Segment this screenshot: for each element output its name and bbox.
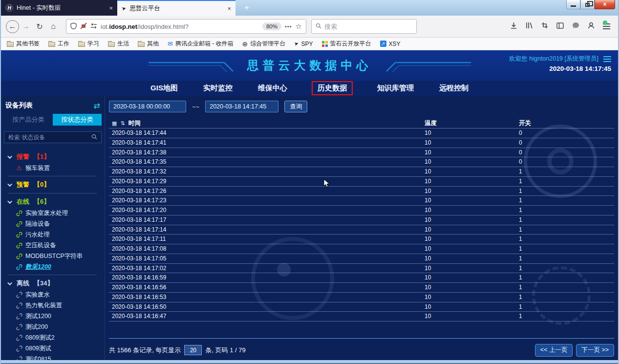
account-icon[interactable] [588, 22, 595, 31]
browser-search-input[interactable] [324, 23, 398, 30]
table-row[interactable]: 2020-03-18 14:17:08101 [109, 244, 614, 254]
menu-hamburger-icon[interactable]: ↑ [603, 23, 610, 29]
permissions-icon[interactable] [90, 23, 97, 30]
table-row[interactable]: 2020-03-18 14:17:41100 [109, 138, 614, 148]
bookmark-star-icon[interactable]: ☆ [296, 22, 302, 31]
table-row[interactable]: 2020-03-18 14:17:26101 [109, 187, 614, 196]
sidebar-panel-icon[interactable] [556, 22, 564, 31]
table-row[interactable]: 2020-03-18 14:16:50101 [109, 302, 614, 312]
url-text[interactable]: iot.idosp.net/idosp/index.html? [101, 23, 259, 30]
nav-tab-GIS地图[interactable]: GIS地图 [149, 82, 179, 94]
bookmark-item[interactable]: ⊕综合管理平台 [242, 40, 286, 48]
restore-button[interactable] [580, 0, 595, 9]
bookmark-item[interactable]: ➤SPY [294, 41, 313, 47]
menu-list-icon[interactable] [603, 56, 611, 62]
device-item[interactable]: 测试1200 [4, 311, 102, 321]
pagination-footer: 共 1566 条记录, 每页显示 条, 页码 1 / 79 << 上一页 下一页… [109, 338, 614, 357]
tab-close-icon[interactable]: × [109, 4, 113, 12]
nav-tab-知识库管理[interactable]: 知识库管理 [376, 82, 415, 94]
grid-icon[interactable]: ▦ [112, 120, 117, 127]
bookmark-item[interactable]: ↗XSY [380, 41, 401, 47]
device-item[interactable]: 隔油设备 [4, 218, 102, 229]
device-item[interactable]: 数采1200 [4, 261, 102, 272]
prev-page-button[interactable]: << 上一页 [535, 344, 573, 357]
shield-icon[interactable] [70, 22, 77, 31]
table-row[interactable]: 2020-03-18 14:16:53101 [109, 293, 614, 302]
swap-icon[interactable]: ⇄ [94, 101, 100, 110]
start-date-input[interactable] [109, 101, 186, 112]
url-bar[interactable]: iot.idosp.net/idosp/index.html? 80% ••• … [66, 19, 306, 34]
chat-bubble-icon[interactable] [572, 22, 579, 31]
nav-tab-维保中心[interactable]: 维保中心 [257, 82, 288, 94]
next-page-button[interactable]: 下一页 >> [576, 344, 614, 357]
download-icon[interactable] [510, 22, 517, 31]
page-size-input[interactable] [184, 345, 202, 355]
blocked-plugin-icon[interactable] [80, 22, 87, 31]
nav-tab-远程控制[interactable]: 远程控制 [438, 82, 470, 94]
device-group-离线[interactable]: 离线【34】 [4, 278, 102, 289]
table-row[interactable]: 2020-03-18 14:16:47101 [109, 312, 614, 321]
cell-temperature: 10 [425, 157, 431, 167]
tab-by-product[interactable]: 按产品分类 [4, 114, 53, 126]
home-button[interactable]: ⌂ [46, 20, 60, 33]
table-row[interactable]: 2020-03-18 14:17:38100 [109, 148, 614, 158]
table-row[interactable]: 2020-03-18 14:17:35100 [109, 157, 614, 167]
table-row[interactable]: 2020-03-18 14:17:02101 [109, 264, 614, 274]
sort-icon[interactable]: ⇅ [120, 120, 125, 127]
bookmark-item[interactable]: 其他 [138, 40, 159, 48]
table-row[interactable]: 2020-03-18 14:16:56101 [109, 283, 614, 293]
bookmark-item[interactable]: 生活 [108, 40, 129, 48]
device-item[interactable]: 测试0815 [4, 354, 102, 360]
table-row[interactable]: 2020-03-18 14:17:11101 [109, 235, 614, 244]
screenshot-icon[interactable] [541, 22, 548, 31]
bookmark-item[interactable]: ✉腾讯企业邮箱 - 收件箱 [168, 40, 234, 48]
forward-button[interactable]: → [19, 20, 33, 33]
device-item[interactable]: 0809测试 [4, 343, 102, 354]
table-row[interactable]: 2020-03-18 14:17:44100 [109, 128, 614, 138]
table-row[interactable]: 2020-03-18 14:17:17101 [109, 215, 614, 225]
table-row[interactable]: 2020-03-18 14:16:59101 [109, 273, 614, 283]
device-item[interactable]: 实验废水 [4, 289, 102, 300]
bookmark-item[interactable]: 萤石云开放平台 [322, 40, 371, 48]
device-group-预警[interactable]: 预警【0】 [4, 179, 102, 191]
tab-close-icon[interactable]: × [227, 5, 231, 12]
query-button[interactable]: 查询 [284, 101, 307, 112]
device-item[interactable]: ⚠猴车装置 [4, 163, 102, 173]
device-item[interactable]: MODBUSTCP字符串 [4, 251, 102, 261]
device-item[interactable]: 实验室废水处理 [4, 208, 102, 218]
bookmark-item[interactable]: 工作 [48, 40, 69, 48]
device-group-报警[interactable]: 报警【1】 [4, 151, 102, 163]
device-item[interactable]: 0809测试2 [4, 332, 102, 343]
new-tab-button[interactable]: + [240, 1, 254, 14]
bookmark-item[interactable]: 其他书签 [7, 40, 40, 48]
page-actions-icon[interactable]: ••• [285, 23, 292, 29]
device-item[interactable]: 测试200 [4, 321, 102, 332]
device-item[interactable]: 热力氧化装置 [4, 300, 102, 311]
browser-tab-sipu[interactable]: ➤ 思普云平台 × [117, 0, 235, 16]
minimize-button[interactable] [566, 0, 580, 9]
browser-search[interactable] [311, 19, 417, 34]
reload-button[interactable]: ↻ [33, 20, 46, 33]
table-row[interactable]: 2020-03-18 14:17:23101 [109, 196, 614, 206]
table-row[interactable]: 2020-03-18 14:17:05101 [109, 254, 614, 264]
nav-tab-历史数据[interactable]: 历史数据 [312, 81, 353, 95]
bookmark-item[interactable]: 学习 [78, 40, 99, 48]
browser-toolbar: ← → ↻ ⌂ iot.idosp.net/idosp/index.html? … [1, 16, 618, 38]
table-row[interactable]: 2020-03-18 14:17:14101 [109, 225, 614, 235]
table-row[interactable]: 2020-03-18 14:17:32101 [109, 167, 614, 177]
device-item[interactable]: 污水处理 [4, 229, 102, 240]
device-item[interactable]: 空压机设备 [4, 240, 102, 251]
zoom-level-badge[interactable]: 80% [262, 22, 281, 30]
library-icon[interactable] [526, 22, 533, 31]
device-search-input[interactable] [8, 134, 88, 141]
end-date-input[interactable] [205, 101, 278, 112]
table-row[interactable]: 2020-03-18 14:17:20101 [109, 206, 614, 215]
table-row[interactable]: 2020-03-18 14:17:29101 [109, 177, 614, 187]
back-button[interactable]: ← [6, 20, 19, 33]
close-window-button[interactable]: × [595, 0, 615, 9]
nav-tab-实时监控[interactable]: 实时监控 [202, 82, 234, 94]
device-group-在线[interactable]: 在线【6】 [4, 196, 102, 208]
device-search[interactable] [4, 131, 102, 143]
tab-by-status[interactable]: 按状态分类 [53, 114, 102, 126]
browser-tab-hinet[interactable]: H Hinet - 实时数据 × [1, 0, 117, 16]
